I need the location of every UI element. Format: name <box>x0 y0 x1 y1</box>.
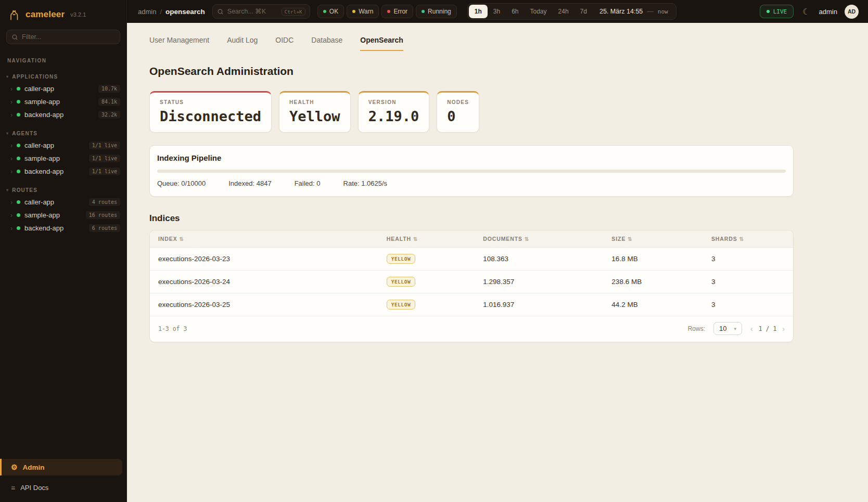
admin-tabs: User Management Audit Log OIDC Database … <box>149 36 794 51</box>
tab-user-management[interactable]: User Management <box>149 36 209 51</box>
datetime-display[interactable]: 25. März 14:55 — now <box>593 8 675 15</box>
app-version: v3.2.1 <box>70 11 86 18</box>
item-label: sample-app <box>24 155 60 162</box>
pipeline-failed: Failed: 0 <box>295 179 321 187</box>
cell-health: YELLOW <box>378 293 475 316</box>
item-badge: 1/1 live <box>89 168 120 175</box>
time-range-6h[interactable]: 6h <box>506 5 524 18</box>
item-label: caller-app <box>24 141 54 149</box>
avatar[interactable]: AD <box>845 5 859 19</box>
global-search[interactable]: Ctrl+K <box>212 4 310 19</box>
status-filter-running[interactable]: Running <box>416 5 457 18</box>
group-agents[interactable]: ▾ AGENTS <box>6 131 119 136</box>
sidebar-item-agent[interactable]: › caller-app 1/1 live <box>0 139 126 152</box>
item-badge: 1/1 live <box>89 155 120 162</box>
group-applications[interactable]: ▾ APPLICATIONS <box>6 74 119 80</box>
tab-audit-log[interactable]: Audit Log <box>227 36 258 51</box>
time-range-1h[interactable]: 1h <box>469 5 488 18</box>
theme-toggle[interactable]: ☾ <box>801 7 811 17</box>
sidebar-item-application[interactable]: › sample-app 84.1k <box>0 95 126 108</box>
item-badge: 10.7k <box>98 85 120 93</box>
chevron-down-icon: ▾ <box>6 188 9 192</box>
sidebar-item-route[interactable]: › sample-app 16 routes <box>0 209 126 222</box>
tab-opensearch[interactable]: OpenSearch <box>360 36 403 51</box>
breadcrumb-section[interactable]: admin <box>138 8 156 16</box>
chevron-right-icon: › <box>10 212 12 218</box>
health-badge: YELLOW <box>387 277 415 287</box>
search-input[interactable] <box>227 8 278 15</box>
chevron-down-icon: ▾ <box>734 326 737 331</box>
tab-database[interactable]: Database <box>311 36 342 51</box>
green-dot-icon <box>17 200 20 204</box>
chevron-right-icon: › <box>782 325 785 333</box>
app-logo: cameleer v3.2.1 <box>0 0 126 27</box>
yellow-dot-icon <box>352 10 355 13</box>
status-filter-warn[interactable]: Warn <box>347 5 379 18</box>
item-badge: 4 routes <box>89 198 120 206</box>
time-range-today[interactable]: Today <box>525 5 553 18</box>
health-badge: YELLOW <box>387 300 415 310</box>
pipeline-indexed: Indexed: 4847 <box>228 179 271 187</box>
status-filter-error[interactable]: Error <box>381 5 413 18</box>
sidebar-item-route[interactable]: › caller-app 4 routes <box>0 196 126 209</box>
sort-icon: ⇅ <box>628 236 632 242</box>
sidebar-item-agent[interactable]: › backend-app 1/1 live <box>0 165 126 178</box>
table-row[interactable]: executions-2026-03-24 YELLOW 1.298.357 2… <box>150 271 793 293</box>
chevron-right-icon: › <box>10 112 12 118</box>
status-filters: OK Warn Error Running <box>317 5 457 18</box>
chevron-right-icon: › <box>10 99 12 105</box>
chevron-left-icon: ‹ <box>750 325 753 333</box>
next-page-button[interactable]: › <box>782 325 785 332</box>
sidebar-item-route[interactable]: › backend-app 6 routes <box>0 222 126 235</box>
rows-per-page-select[interactable]: 10 ▾ <box>713 322 742 335</box>
column-header-documents[interactable]: DOCUMENTS⇅ <box>475 230 603 248</box>
sidebar-item-api-docs[interactable]: ≡ API Docs <box>0 480 126 496</box>
prev-page-button[interactable]: ‹ <box>750 325 753 332</box>
pipeline-title: Indexing Pipeline <box>157 153 786 162</box>
user-name: admin <box>819 8 837 16</box>
stat-label: NODES <box>447 99 469 105</box>
sort-icon: ⇅ <box>180 236 184 242</box>
tab-oidc[interactable]: OIDC <box>275 36 293 51</box>
chevron-right-icon: › <box>10 199 12 205</box>
cell-documents: 1.298.357 <box>475 271 603 293</box>
cell-size: 16.8 MB <box>603 248 703 271</box>
live-toggle[interactable]: LIVE <box>760 5 794 18</box>
sidebar-item-admin[interactable]: ⚙ Admin <box>0 459 122 475</box>
stat-value: Yellow <box>289 108 340 124</box>
stat-card-nodes: NODES 0 <box>437 91 479 133</box>
cell-shards: 3 <box>703 248 793 271</box>
status-filter-ok[interactable]: OK <box>317 5 344 18</box>
group-routes[interactable]: ▾ ROUTES <box>6 187 119 193</box>
sidebar: cameleer v3.2.1 NAVIGATION ▾ APPLICATION… <box>0 0 127 502</box>
search-icon <box>217 8 224 15</box>
column-header-size[interactable]: SIZE⇅ <box>603 230 703 248</box>
column-header-shards[interactable]: SHARDS⇅ <box>703 230 793 248</box>
breadcrumb-page: opensearch <box>165 8 205 16</box>
column-header-index[interactable]: INDEX⇅ <box>150 230 378 248</box>
sidebar-filter[interactable] <box>6 30 120 44</box>
sidebar-item-application[interactable]: › backend-app 32.2k <box>0 108 126 121</box>
red-dot-icon <box>387 10 390 13</box>
shortcut-badge: Ctrl+K <box>282 8 305 16</box>
table-row[interactable]: executions-2026-03-23 YELLOW 108.363 16.… <box>150 248 793 271</box>
navigation-label: NAVIGATION <box>7 58 119 63</box>
column-header-health[interactable]: HEALTH⇅ <box>378 230 475 248</box>
result-range: 1-3 of 3 <box>158 325 187 332</box>
table-row[interactable]: executions-2026-03-25 YELLOW 1.016.937 4… <box>150 293 793 316</box>
pipeline-rate: Rate: 1.0625/s <box>343 179 388 187</box>
time-range-3h[interactable]: 3h <box>488 5 506 18</box>
time-range-7d[interactable]: 7d <box>575 5 593 18</box>
filter-input[interactable] <box>22 33 115 41</box>
time-range-24h[interactable]: 24h <box>553 5 575 18</box>
sidebar-item-agent[interactable]: › sample-app 1/1 live <box>0 152 126 165</box>
stat-card-health: HEALTH Yellow <box>279 91 351 133</box>
green-dot-icon <box>323 10 326 13</box>
sidebar-item-application[interactable]: › caller-app 10.7k <box>0 82 126 95</box>
item-label: caller-app <box>24 198 54 206</box>
item-badge: 1/1 live <box>89 141 120 149</box>
rows-per-page-label: Rows: <box>688 325 705 332</box>
indexing-pipeline-card: Indexing Pipeline Queue: 0/10000 Indexed… <box>149 145 794 197</box>
indices-title: Indices <box>149 213 794 224</box>
breadcrumb-separator: / <box>160 8 162 16</box>
